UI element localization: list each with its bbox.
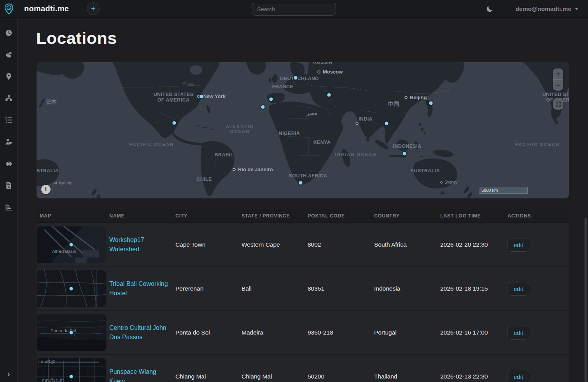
map-label: CHILE (196, 177, 212, 182)
edit-button[interactable]: edit (508, 370, 529, 382)
map-zoom-control: + − (553, 68, 563, 91)
app-logo[interactable] (0, 3, 18, 15)
city-dot (55, 182, 56, 184)
location-name-link[interactable]: Centro Cultural John Dos Passos (109, 323, 168, 342)
last-log-time-cell: 2026-02-13 22:30 (440, 373, 508, 380)
brand-name: nomadti.me (24, 4, 69, 13)
name-cell: Workshop17 Watershed (109, 235, 175, 254)
world-map[interactable]: RUSSIAUNITED STATESOF AMERICADEUTSCHLAND… (37, 62, 569, 198)
map-label: ATLANTIC (226, 124, 254, 129)
user-tag-icon (5, 138, 13, 146)
zoom-out-button[interactable]: − (553, 79, 563, 90)
sidebar-expand-chevron[interactable]: › (7, 370, 10, 378)
map-label: AUSTRALIA (37, 168, 59, 173)
table-row: Ponta do SolCentro Cultural John Dos Pas… (37, 311, 569, 355)
sidebar-item-clock[interactable] (0, 22, 18, 44)
table-header-row: MAPNAMECITYSTATE / PROVINCEPOSTAL CODECO… (37, 209, 569, 223)
sidebar-item-bar-chart[interactable] (0, 196, 18, 218)
world-map-canvas: RUSSIAUNITED STATESOF AMERICADEUTSCHLAND… (37, 62, 569, 198)
location-thumbnail[interactable] (37, 270, 106, 307)
actions-cell: edit (508, 370, 569, 382)
top-bar: nomadti.me + demo@nomadti.me (0, 0, 588, 18)
thumbnail-street-label: ถนนศรีภูมิ (38, 359, 56, 364)
location-name-link[interactable]: Punspace Wiang Kaew (109, 367, 168, 382)
map-marker-caucasus[interactable] (327, 93, 331, 96)
last-log-time-cell: 2026-02-20 22:30 (440, 241, 508, 248)
thumbnail-street-label: ถนนเวียงแก้ว (42, 378, 65, 382)
attribution-button[interactable]: i (41, 185, 51, 194)
sidebar-item-location-pin[interactable] (0, 65, 18, 87)
add-location-button[interactable]: + (87, 2, 100, 15)
sidebar-item-piggy-bank[interactable] (0, 152, 18, 174)
map-marker-lisbon[interactable] (269, 97, 273, 101)
country-cell: South Africa (374, 241, 440, 248)
dark-mode-toggle[interactable] (485, 5, 494, 13)
city-dot (356, 122, 358, 124)
map-pin-clock-logo-icon (3, 3, 15, 15)
thumbnail-street-label: Alfred Basin (52, 249, 76, 254)
country-cell: Indonesia (374, 285, 440, 292)
column-header-name: NAME (109, 213, 175, 219)
location-thumbnail[interactable]: Alfred Basin (37, 226, 106, 263)
table-row: ถนนศรีภูมิถนนเวียงแก้วPunspace Wiang Kae… (37, 355, 569, 382)
country-cell: Portugal (374, 329, 440, 336)
city-cell: Cape Town (175, 241, 242, 248)
actions-cell: edit (508, 326, 569, 340)
sidebar-item-invoice-dollar[interactable]: $ (0, 174, 18, 196)
last-log-time-cell: 2026-02-16 17:00 (440, 329, 508, 336)
checklist-icon (5, 116, 13, 124)
map-marker-madeira[interactable] (261, 105, 264, 109)
edit-button[interactable]: edit (508, 326, 529, 340)
sidebar-item-handshake[interactable] (0, 44, 18, 65)
map-marker-chiang-mai[interactable] (385, 121, 388, 125)
map-marker-new-york[interactable] (200, 95, 203, 98)
country-cell: Thailand (374, 373, 440, 380)
map-marker-tokyo[interactable] (429, 101, 432, 105)
chevron-down-icon (575, 8, 579, 10)
fullscreen-button[interactable] (553, 98, 563, 110)
map-marker-mexico[interactable] (172, 121, 176, 124)
sidebar-item-route-network[interactable] (0, 87, 18, 109)
thumbnail-marker (70, 331, 73, 335)
map-marker-cape-town[interactable] (299, 181, 302, 184)
zoom-in-button[interactable]: + (553, 68, 563, 79)
sidebar-item-checklist[interactable] (0, 109, 18, 131)
thumbnail-marker (70, 375, 73, 378)
state-cell: Western Cape (242, 241, 308, 248)
map-marker-berlin[interactable] (294, 76, 297, 79)
city-cell: Ponta do Sol (175, 329, 242, 336)
sidebar-item-user-tag[interactable] (0, 131, 18, 152)
map-label: PACIFIC OCEAN (130, 142, 174, 147)
thumbnail-map (37, 270, 106, 307)
handshake-icon (5, 51, 13, 59)
search-input[interactable] (252, 3, 336, 16)
map-label: AUSTRALIA (410, 168, 440, 173)
table-row: Tribal Bali Coworking HostelPererenanBal… (37, 267, 569, 311)
location-thumbnail[interactable]: Ponta do Sol (37, 314, 106, 351)
scrollbar[interactable] (584, 218, 587, 382)
edit-button[interactable]: edit (508, 282, 529, 296)
thumbnail-map: Ponta do Sol (37, 314, 106, 351)
map-label: RUSSIA (313, 62, 332, 65)
map-label: SOUTH AFRICA (289, 173, 327, 179)
user-menu[interactable]: demo@nomadti.me (516, 5, 579, 12)
city-dot (233, 168, 235, 171)
state-cell: Chiang Mai (242, 373, 308, 380)
map-marker-bali[interactable] (402, 152, 406, 155)
map-label: DEUTSCHLAND (280, 76, 319, 81)
state-cell: Bali (242, 285, 308, 292)
thumbnail-map: Alfred Basin (37, 226, 106, 263)
locations-table: MAPNAMECITYSTATE / PROVINCEPOSTAL CODECO… (37, 209, 569, 382)
column-header-postal-code: POSTAL CODE (308, 213, 374, 219)
thumbnail-marker (70, 243, 73, 247)
location-thumbnail[interactable]: ถนนศรีภูมิถนนเวียงแก้ว (37, 358, 106, 382)
fullscreen-arrows-icon (555, 101, 561, 107)
edit-button[interactable]: edit (508, 238, 529, 252)
location-name-link[interactable]: Workshop17 Watershed (109, 235, 168, 254)
postal-code-cell: 50200 (308, 373, 374, 380)
route-network-icon (5, 94, 13, 102)
state-cell: Madeira (242, 329, 308, 336)
map-thumbnail-cell: ถนนศรีภูมิถนนเวียงแก้ว (37, 358, 109, 382)
postal-code-cell: 80351 (308, 285, 374, 292)
location-name-link[interactable]: Tribal Bali Coworking Hostel (109, 279, 168, 298)
